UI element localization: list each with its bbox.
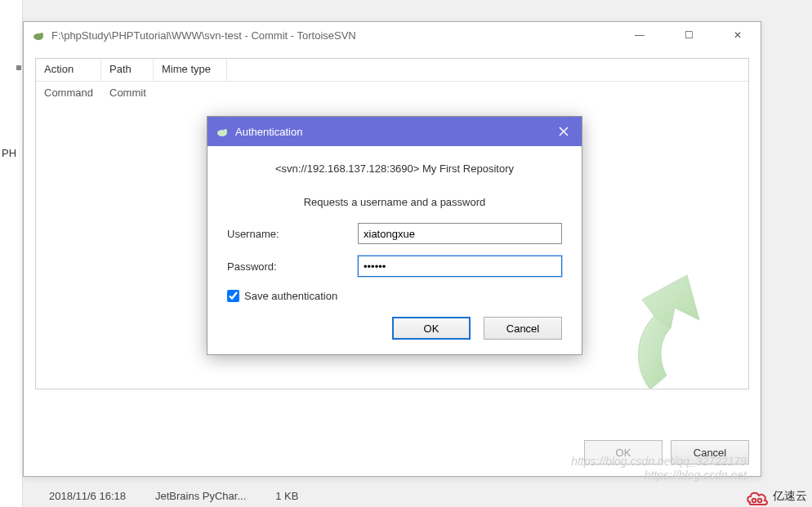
commit-arrow-icon — [626, 263, 724, 389]
minimize-button[interactable]: — — [622, 23, 658, 47]
file-info-bar: 2018/11/6 16:18 JetBrains PyChar... 1 KB — [49, 490, 298, 502]
auth-close-button[interactable] — [552, 120, 575, 143]
brand-logo: 亿速云 — [745, 487, 807, 505]
auth-body: <svn://192.168.137.128:3690> My First Re… — [207, 146, 582, 354]
grid-header-row: Action Path Mime type — [36, 59, 748, 82]
window-controls: — ☐ ✕ — [622, 23, 756, 47]
save-auth-checkbox-row[interactable]: Save authentication — [227, 290, 562, 302]
file-app: JetBrains PyChar... — [155, 490, 246, 502]
username-field[interactable] — [358, 223, 562, 244]
window-title: F:\phpStudy\PHPTutorial\WWW\svn-test - C… — [51, 29, 622, 42]
grid-header-mime[interactable]: Mime type — [154, 59, 227, 81]
save-auth-label: Save authentication — [244, 290, 337, 302]
svg-point-1 — [40, 33, 43, 36]
bg-ph-label: PH — [2, 147, 16, 159]
close-icon — [559, 127, 569, 136]
auth-prompt: Requests a username and a password — [227, 196, 562, 208]
brand-text: 亿速云 — [773, 489, 807, 504]
password-row: Password: — [227, 256, 562, 277]
file-size: 1 KB — [275, 490, 298, 502]
cloud-icon — [745, 487, 770, 505]
file-date: 2018/11/6 16:18 — [49, 490, 126, 502]
save-auth-checkbox[interactable] — [227, 290, 239, 302]
cell-path: Commit — [101, 82, 154, 104]
grid-header-action[interactable]: Action — [36, 59, 101, 81]
auth-titlebar[interactable]: Authentication — [207, 117, 582, 146]
auth-repo-url: <svn://192.168.137.128:3690> My First Re… — [227, 162, 562, 175]
grid-header-path[interactable]: Path — [101, 59, 154, 81]
tortoise-icon — [32, 29, 45, 42]
svg-point-5 — [758, 499, 762, 503]
maximize-button[interactable]: ☐ — [671, 23, 707, 47]
bg-square — [16, 65, 21, 70]
svg-point-3 — [224, 129, 227, 132]
background-left-strip — [0, 0, 23, 507]
watermark-text: https://blog.csdn.net/qq_32722179 https:… — [571, 455, 747, 483]
username-row: Username: — [227, 223, 562, 244]
authentication-dialog: Authentication <svn://192.168.137.128:36… — [207, 116, 582, 355]
auth-cancel-button[interactable]: Cancel — [484, 317, 562, 340]
tortoise-icon — [216, 125, 229, 138]
auth-button-row: OK Cancel — [227, 317, 562, 340]
close-button[interactable]: ✕ — [720, 23, 756, 47]
password-label: Password: — [227, 260, 358, 273]
titlebar[interactable]: F:\phpStudy\PHPTutorial\WWW\svn-test - C… — [24, 22, 761, 48]
auth-title: Authentication — [235, 126, 552, 138]
svg-point-4 — [752, 499, 756, 503]
auth-ok-button[interactable]: OK — [392, 317, 471, 340]
cell-action: Command — [36, 82, 101, 104]
username-label: Username: — [227, 228, 358, 240]
table-row[interactable]: Command Commit — [36, 82, 748, 104]
password-field[interactable] — [358, 256, 562, 277]
